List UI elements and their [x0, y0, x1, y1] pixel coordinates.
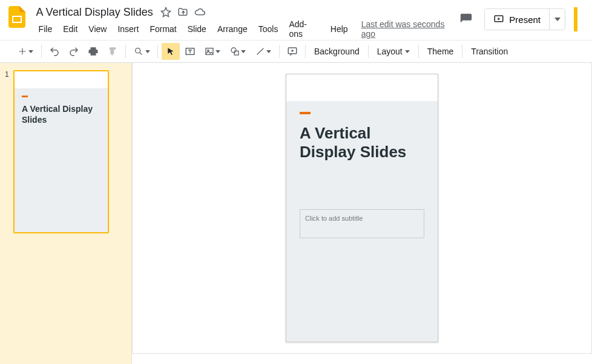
slide-title[interactable]: A Vertical Display Slides [300, 124, 424, 161]
menu-tools[interactable]: Tools [254, 22, 283, 36]
cloud-saved-icon[interactable] [194, 7, 205, 18]
menu-format[interactable]: Format [145, 22, 181, 36]
paint-format-button[interactable] [104, 43, 122, 60]
transition-button[interactable]: Transition [466, 44, 513, 59]
open-comments-icon[interactable] [458, 11, 475, 28]
menu-insert[interactable]: Insert [113, 22, 143, 36]
thumb-number: 1 [5, 70, 9, 79]
redo-button[interactable] [65, 43, 83, 60]
undo-button[interactable] [45, 43, 64, 60]
image-tool[interactable] [200, 43, 225, 60]
last-edit-link[interactable]: Last edit was seconds ago [361, 19, 458, 39]
layout-button[interactable]: Layout [372, 44, 415, 59]
textbox-tool[interactable] [181, 43, 199, 60]
print-button[interactable] [84, 43, 102, 60]
document-title[interactable]: A Vertical Display Slides [34, 5, 156, 19]
move-to-folder-icon[interactable] [177, 7, 188, 18]
thumb-title: A Vertical Display Slides [22, 103, 100, 125]
svg-rect-1 [13, 17, 21, 22]
slide-thumbnail[interactable]: A Vertical Display Slides [13, 70, 109, 233]
thumb-accent-bar [22, 96, 28, 97]
slide-accent-bar [300, 112, 311, 114]
shape-tool[interactable] [226, 43, 250, 60]
speaker-notes-bar[interactable] [132, 353, 592, 364]
account-color-bar [574, 7, 577, 31]
present-button[interactable]: Present [485, 9, 549, 30]
subtitle-placeholder-text: Click to add subtitle [305, 215, 363, 222]
svg-rect-5 [206, 48, 213, 55]
line-tool[interactable] [251, 43, 275, 60]
toolbar: Background Layout Theme Transition [0, 40, 592, 63]
menu-view[interactable]: View [84, 22, 111, 36]
svg-point-3 [135, 48, 140, 53]
slide[interactable]: A Vertical Display Slides Click to add s… [286, 74, 438, 342]
menu-arrange[interactable]: Arrange [212, 22, 252, 36]
menu-slide[interactable]: Slide [183, 22, 211, 36]
menu-file[interactable]: File [34, 22, 58, 36]
zoom-button[interactable] [130, 43, 154, 60]
canvas[interactable]: A Vertical Display Slides Click to add s… [132, 63, 591, 364]
present-dropdown[interactable] [549, 9, 565, 30]
menu-addons[interactable]: Add-ons [284, 17, 324, 41]
subtitle-placeholder-box[interactable]: Click to add subtitle [300, 209, 424, 238]
slides-logo[interactable] [5, 5, 29, 29]
comment-tool[interactable] [283, 43, 301, 60]
new-slide-button[interactable] [13, 43, 38, 60]
menu-help[interactable]: Help [326, 22, 353, 36]
select-tool[interactable] [162, 43, 180, 60]
filmstrip[interactable]: 1 A Vertical Display Slides [0, 63, 132, 364]
background-button[interactable]: Background [309, 44, 364, 59]
present-label: Present [509, 15, 541, 25]
menu-bar: File Edit View Insert Format Slide Arran… [34, 21, 458, 37]
svg-rect-8 [234, 51, 238, 55]
theme-button[interactable]: Theme [423, 44, 459, 59]
svg-point-7 [231, 48, 236, 53]
menu-edit[interactable]: Edit [58, 22, 82, 36]
star-icon[interactable] [160, 7, 171, 18]
